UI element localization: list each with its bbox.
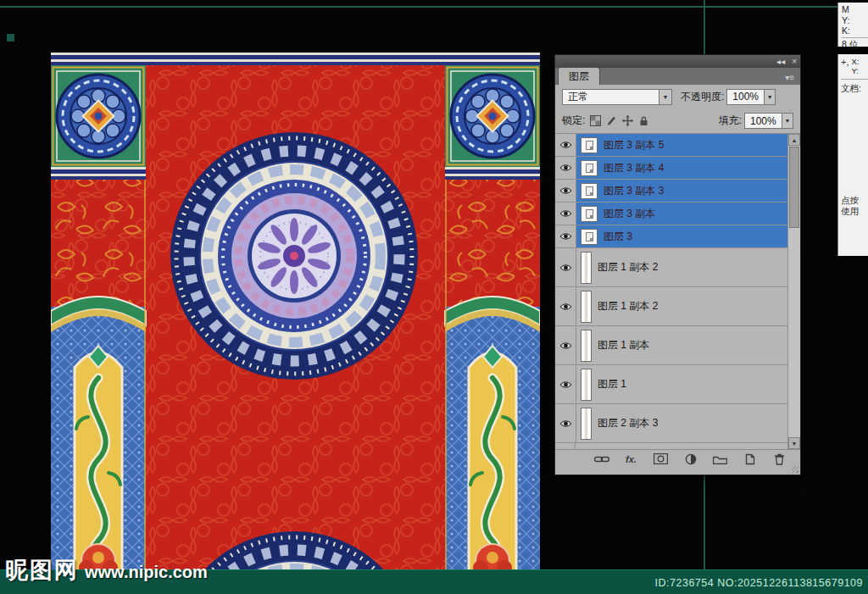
layer-name: 图层 1 <box>598 377 626 391</box>
layer-style-button[interactable]: fx. <box>622 452 641 467</box>
layer-thumbnail[interactable] <box>581 183 598 199</box>
chevron-down-icon[interactable]: ▼ <box>764 90 775 104</box>
info-line: M <box>842 4 868 15</box>
watermark-site-name: 昵图网 <box>5 555 79 586</box>
layer-name: 图层 3 副本 <box>604 207 655 221</box>
layer-name: 图层 3 副本 4 <box>604 161 664 175</box>
info-line: K: <box>842 25 868 36</box>
layer-name: 图层 3 副本 3 <box>604 184 664 198</box>
scrollbar-thumb[interactable] <box>789 147 799 228</box>
watermark-site-url: www.nipic.com <box>85 563 208 582</box>
layer-row[interactable]: 图层 1 副本 2 <box>555 287 800 326</box>
visibility-toggle[interactable] <box>555 326 576 364</box>
layers-panel-toolbar: fx. <box>555 449 800 468</box>
layer-row[interactable]: 图层 1 副本 <box>555 326 800 365</box>
layer-thumbnail[interactable] <box>581 229 598 245</box>
layer-row[interactable]: 图层 3 <box>555 225 800 248</box>
lock-label: 锁定: <box>562 114 585 128</box>
layer-name: 图层 2 副本 3 <box>598 416 658 430</box>
coord-y-label: Y: <box>851 66 859 75</box>
eye-icon <box>559 303 572 311</box>
layer-row[interactable]: 图层 2 副本 3 <box>555 404 800 443</box>
new-group-button[interactable] <box>711 452 730 467</box>
visibility-toggle[interactable] <box>555 180 576 202</box>
lock-pixels-icon[interactable] <box>606 115 617 126</box>
fill-value: 100% <box>745 115 782 127</box>
link-layers-button[interactable] <box>593 452 611 467</box>
visibility-toggle[interactable] <box>555 225 576 247</box>
fill-field[interactable]: 100% ▼ <box>744 113 793 129</box>
eye-icon <box>559 419 572 428</box>
layer-row[interactable]: 图层 3 副本 4 <box>555 157 800 180</box>
visibility-toggle[interactable] <box>555 203 576 225</box>
layer-thumbnail[interactable] <box>581 160 598 176</box>
layers-scrollbar[interactable]: ▲ ▼ <box>787 134 800 449</box>
visibility-toggle[interactable] <box>555 248 576 286</box>
layer-name: 图层 3 副本 5 <box>604 138 664 153</box>
panel-tab-row: 图层 ▾≡ <box>555 68 800 85</box>
hint-line: 点按 <box>841 195 868 206</box>
lock-position-icon[interactable] <box>622 115 633 126</box>
blend-mode-select[interactable]: 正常 ▼ <box>562 89 672 105</box>
visibility-toggle[interactable] <box>555 365 576 403</box>
scroll-up-icon[interactable]: ▲ <box>788 134 800 146</box>
eye-icon <box>559 232 572 241</box>
new-layer-button[interactable] <box>741 452 760 467</box>
artwork-image <box>51 53 540 594</box>
layer-thumbnail[interactable] <box>581 291 592 323</box>
delete-layer-button[interactable] <box>771 452 789 467</box>
visibility-toggle[interactable] <box>555 134 576 156</box>
layer-thumbnail[interactable] <box>581 408 592 440</box>
chevron-down-icon[interactable]: ▼ <box>782 114 793 128</box>
eye-icon <box>559 341 572 350</box>
layer-thumbnail[interactable] <box>581 369 592 401</box>
layer-row[interactable]: 图层 3 副本 5 <box>555 134 800 157</box>
panel-menu-icon[interactable]: ▾≡ <box>779 73 800 85</box>
visibility-toggle[interactable] <box>555 157 576 179</box>
lock-fill-row: 锁定: 填充: <box>555 108 800 134</box>
lock-transparency-icon[interactable] <box>590 115 601 126</box>
document-size-label: 文档: <box>841 83 868 95</box>
layer-thumbnail[interactable] <box>581 330 592 362</box>
layer-mask-button[interactable] <box>652 452 670 467</box>
corner-marker <box>7 34 14 42</box>
opacity-field[interactable]: 100% ▼ <box>726 89 776 105</box>
visibility-toggle[interactable] <box>555 404 576 442</box>
eye-icon <box>559 380 572 389</box>
visibility-toggle[interactable] <box>555 287 576 325</box>
adjustment-layer-button[interactable] <box>682 452 700 467</box>
lock-all-icon[interactable] <box>638 115 649 126</box>
eye-icon <box>559 141 572 149</box>
panel-resize-grip[interactable] <box>555 468 800 475</box>
layer-thumbnail[interactable] <box>581 206 598 222</box>
document-canvas[interactable] <box>51 53 540 594</box>
partial-layer-row <box>555 443 800 449</box>
blend-opacity-row: 正常 ▼ 不透明度: 100% ▼ <box>555 85 800 108</box>
hint-line: 使用 <box>841 206 868 217</box>
panel-titlebar[interactable]: ◂◂ × <box>555 55 800 68</box>
opacity-label: 不透明度: <box>681 90 724 104</box>
layer-thumbnail[interactable] <box>581 137 598 153</box>
eye-icon <box>559 264 572 272</box>
fill-label: 填充: <box>719 114 742 128</box>
layer-row[interactable]: 图层 1 副本 2 <box>555 248 800 287</box>
layer-row[interactable]: 图层 3 副本 <box>555 203 800 225</box>
horizontal-guide-line <box>0 6 868 8</box>
layer-thumbnail[interactable] <box>581 252 592 284</box>
tab-layers[interactable]: 图层 <box>558 67 600 85</box>
layers-list: 图层 3 副本 5 图层 3 副本 4 图层 3 副本 3 <box>555 134 800 449</box>
image-id-text: ID:7236754 NO:20251226113815679109 <box>655 577 863 589</box>
crosshair-icon: +, <box>841 57 849 75</box>
close-panel-icon[interactable]: × <box>792 58 797 66</box>
layer-name: 图层 1 副本 2 <box>598 299 658 314</box>
collapse-panel-icon[interactable]: ◂◂ <box>776 58 785 66</box>
layer-row[interactable]: 图层 3 副本 3 <box>555 180 800 203</box>
chevron-down-icon[interactable]: ▼ <box>659 90 671 104</box>
blend-mode-value: 正常 <box>563 90 659 104</box>
layer-row[interactable]: 图层 1 <box>555 365 800 404</box>
info-panel-partial-top: M Y: K: 8 位 <box>837 3 868 47</box>
site-watermark: 昵图网 www.nipic.com <box>5 555 208 586</box>
eye-icon <box>559 164 572 172</box>
eye-icon <box>559 186 572 195</box>
scroll-down-icon[interactable]: ▼ <box>788 437 800 449</box>
